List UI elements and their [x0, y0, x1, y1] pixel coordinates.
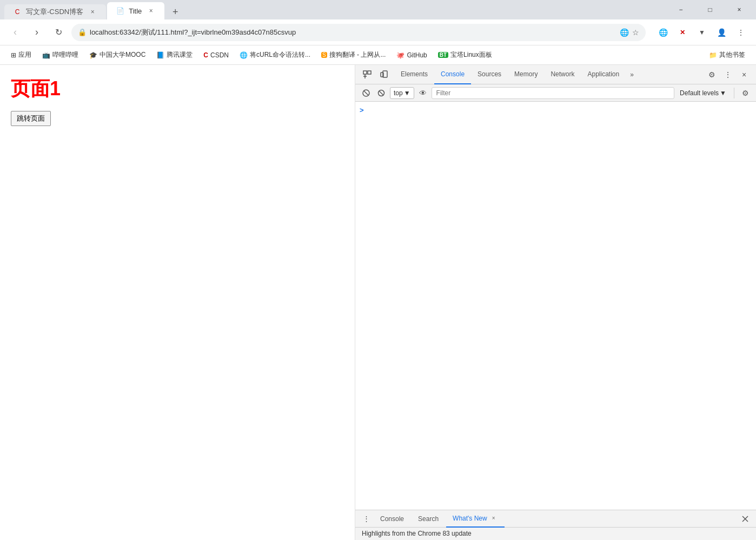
sougou-icon: S	[321, 52, 327, 58]
jump-button[interactable]: 跳转页面	[11, 111, 51, 126]
devtools-toolbar: Elements Console Sources Memory Network …	[355, 65, 756, 84]
live-expressions-button[interactable]: 👁	[416, 87, 429, 100]
tabs-bar: C 写文章-CSDN博客 × 📄 Title × +	[4, 0, 668, 19]
drawer-content: Highlights from the Chrome 83 update	[355, 528, 756, 539]
devtools-right-controls: ⚙ ⋮ ×	[704, 67, 752, 82]
tab-title-close[interactable]: ×	[146, 6, 156, 16]
console-toolbar: top ▼ 👁 Default levels ▼ ⚙	[355, 84, 756, 102]
devtools-tab-network[interactable]: Network	[544, 65, 581, 84]
tab-csdn-icon: C	[13, 8, 22, 16]
bookmark-csdn[interactable]: C CSDN	[199, 49, 233, 61]
bookmark-bt[interactable]: BT 宝塔Linux面板	[434, 48, 496, 62]
github-icon: 🐙	[396, 51, 404, 59]
devtools-tab-elements[interactable]: Elements	[394, 65, 434, 84]
main-area: 页面1 跳转页面	[0, 65, 756, 540]
console-settings-button[interactable]: ⚙	[739, 87, 752, 100]
devtools-device-button[interactable]	[377, 67, 392, 82]
console-clear-button[interactable]	[360, 87, 373, 100]
tab-csdn-title: 写文章-CSDN博客	[26, 7, 83, 17]
close-button[interactable]: ×	[727, 1, 752, 18]
page-title: 页面1	[11, 76, 344, 102]
log-levels-icon: ▼	[720, 89, 726, 97]
window-controls: − □ ×	[668, 1, 752, 18]
folder-icon: 📁	[709, 51, 717, 59]
svg-line-9	[379, 91, 383, 95]
drawer-tab-whatsnew-close[interactable]: ×	[489, 514, 498, 523]
devtools-settings-button[interactable]: ⚙	[704, 67, 719, 82]
devtools-tabs-more[interactable]: »	[626, 65, 638, 84]
extension-globe-button[interactable]: 🌐	[654, 24, 672, 41]
console-block-button[interactable]	[375, 87, 388, 100]
drawer-tab-console[interactable]: Console	[374, 510, 410, 528]
menu-button[interactable]: ⋮	[732, 24, 750, 41]
extension-dropdown-button[interactable]: ▼	[693, 24, 711, 41]
extension-x-button[interactable]: ✕	[674, 24, 691, 41]
console-prompt: >	[355, 104, 756, 116]
bottom-drawer: ⋮ Console Search What's New ×	[355, 510, 756, 540]
tab-title-text: Title	[129, 7, 142, 15]
devtools-tab-memory[interactable]: Memory	[508, 65, 544, 84]
apps-icon: ⊞	[11, 51, 16, 59]
url-bar[interactable]: 🔒 localhost:63342/测试/111.html?_ijt=vibrl…	[71, 24, 646, 41]
console-content: >	[355, 102, 756, 510]
bookmark-sougou[interactable]: S 搜狗翻译 - 上网从...	[317, 48, 390, 62]
log-levels-selector[interactable]: Default levels ▼	[677, 88, 730, 98]
toolbar-separator	[734, 88, 734, 98]
context-dropdown-icon: ▼	[404, 89, 410, 97]
url-text: localhost:63342/测试/111.html?_ijt=vibrlne…	[90, 28, 616, 37]
toolbar-icons: 🌐 ✕ ▼ 👤 ⋮	[654, 24, 750, 41]
tab-csdn-close[interactable]: ×	[88, 7, 97, 17]
bt-icon: BT	[438, 52, 448, 58]
other-bookmarks[interactable]: 📁 其他书签	[705, 48, 750, 62]
tab-title-icon: 📄	[116, 6, 124, 15]
devtools-panel: Elements Console Sources Memory Network …	[355, 65, 756, 540]
drawer-tab-search[interactable]: Search	[412, 510, 445, 528]
log-levels-label: Default levels	[680, 89, 719, 97]
forward-button[interactable]: ›	[28, 24, 45, 41]
bookmark-github[interactable]: 🐙 GitHub	[392, 49, 431, 61]
context-selector[interactable]: top ▼	[390, 87, 414, 99]
new-tab-button[interactable]: +	[168, 4, 183, 19]
mooc-icon: 🎓	[89, 51, 97, 59]
devtools-tab-application[interactable]: Application	[581, 65, 626, 84]
bookmark-mooc[interactable]: 🎓 中国大学MOOC	[85, 48, 150, 62]
svg-rect-0	[363, 71, 367, 74]
bookmarks-bar: ⊞ 应用 📺 哔哩哔哩 🎓 中国大学MOOC 📘 腾讯课堂 C CSDN 🌐 将…	[0, 45, 756, 65]
translate-icon[interactable]: 🌐	[620, 28, 629, 37]
curl-icon: 🌐	[240, 51, 248, 59]
bookmark-apps[interactable]: ⊞ 应用	[6, 48, 36, 62]
tab-csdn[interactable]: C 写文章-CSDN博客 ×	[4, 4, 106, 19]
drawer-tab-whatsnew[interactable]: What's New ×	[446, 510, 505, 528]
svg-line-7	[364, 91, 368, 95]
back-button[interactable]: ‹	[6, 24, 24, 41]
devtools-inspect-button[interactable]	[360, 67, 375, 82]
devtools-more-button[interactable]: ⋮	[720, 67, 735, 82]
title-bar: C 写文章-CSDN博客 × 📄 Title × + − □ ×	[0, 0, 756, 19]
minimize-button[interactable]: −	[668, 1, 693, 18]
star-icon[interactable]: ☆	[632, 28, 639, 37]
refresh-button[interactable]: ↻	[50, 24, 67, 41]
tencent-icon: 📘	[156, 51, 164, 59]
svg-rect-5	[381, 73, 383, 77]
drawer-close-button[interactable]	[739, 512, 752, 525]
address-bar: ‹ › ↻ 🔒 localhost:63342/测试/111.html?_ijt…	[0, 19, 756, 45]
highlights-text: Highlights from the Chrome 83 update	[362, 530, 472, 537]
tab-title[interactable]: 📄 Title ×	[107, 2, 164, 19]
profile-button[interactable]: 👤	[713, 24, 730, 41]
devtools-tab-sources[interactable]: Sources	[471, 65, 508, 84]
bookmark-tencent[interactable]: 📘 腾讯课堂	[152, 48, 197, 62]
filter-input[interactable]	[432, 87, 674, 99]
page-content: 页面1 跳转页面	[0, 65, 355, 540]
maximize-button[interactable]: □	[698, 1, 722, 18]
drawer-menu-button[interactable]: ⋮	[360, 512, 373, 525]
console-prompt-arrow: >	[360, 106, 364, 114]
devtools-close-button[interactable]: ×	[737, 67, 752, 82]
secure-icon: 🔒	[78, 28, 87, 36]
svg-rect-1	[368, 71, 371, 74]
context-label: top	[394, 89, 403, 97]
drawer-tabs: ⋮ Console Search What's New ×	[355, 510, 756, 528]
csdn-icon: C	[203, 51, 208, 59]
devtools-tab-console[interactable]: Console	[434, 65, 471, 84]
bookmark-curl[interactable]: 🌐 将cURL命令语法转...	[235, 48, 315, 62]
bookmark-bilibili[interactable]: 📺 哔哩哔哩	[38, 48, 83, 62]
